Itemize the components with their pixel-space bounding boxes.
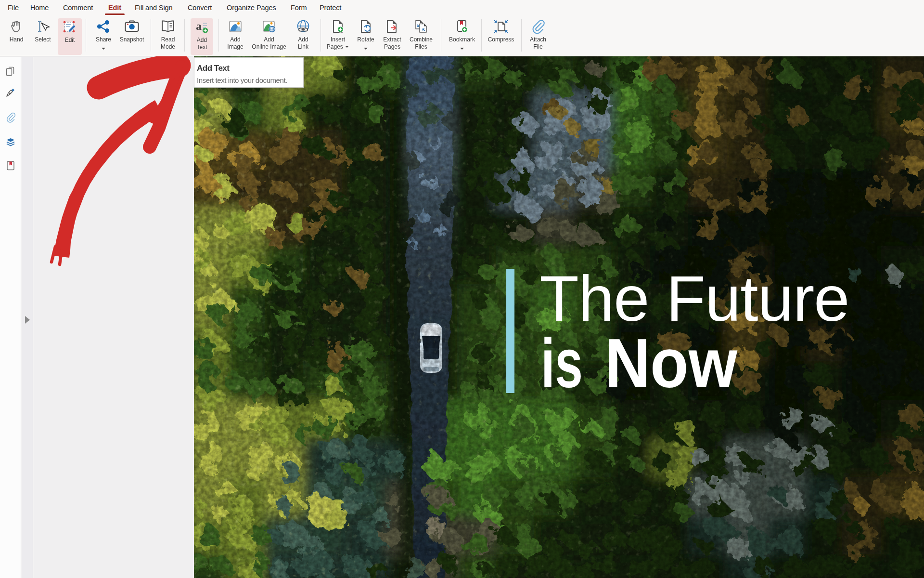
- svg-text:a: a: [196, 20, 202, 32]
- svg-text:Now: Now: [605, 324, 738, 400]
- svg-text:is: is: [541, 324, 583, 400]
- svg-text:The Future: The Future: [539, 263, 849, 334]
